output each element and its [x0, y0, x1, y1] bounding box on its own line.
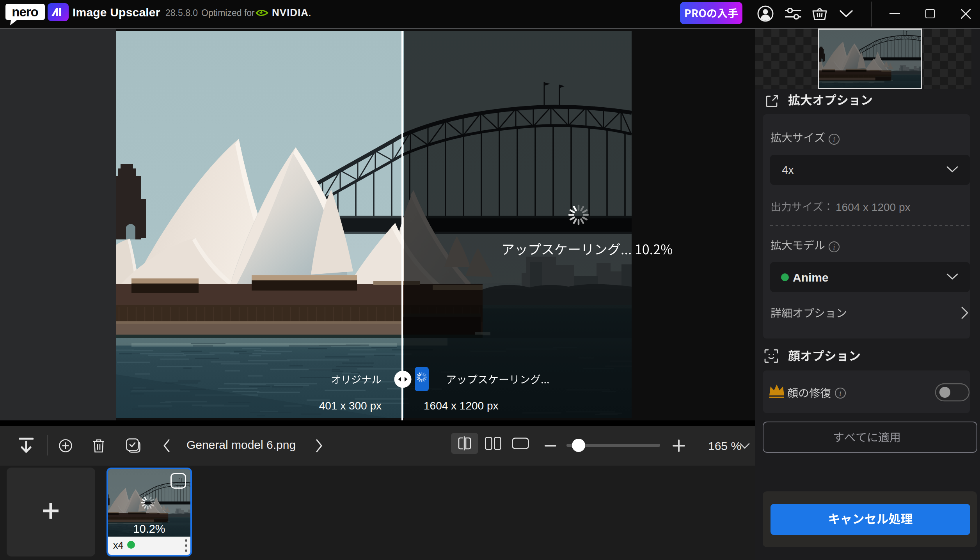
svg-text:nero: nero [12, 5, 38, 19]
svg-text:1604 x 1200 px: 1604 x 1200 px [424, 400, 499, 412]
svg-text:i: i [833, 243, 835, 251]
svg-text:4x: 4x [782, 164, 794, 176]
svg-text:i: i [833, 135, 835, 144]
svg-text:i: i [839, 389, 841, 397]
svg-text:1604 x 1200 px: 1604 x 1200 px [836, 201, 911, 213]
svg-text:Anime: Anime [793, 271, 829, 284]
svg-text:401 x 300 px: 401 x 300 px [319, 400, 382, 412]
